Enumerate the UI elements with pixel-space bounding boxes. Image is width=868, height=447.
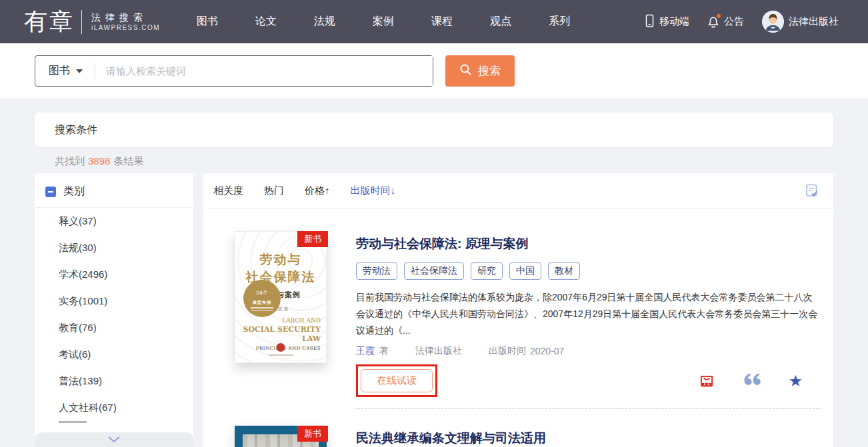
category-item-renwensheke[interactable]: 人文社科(67) (35, 394, 193, 421)
pub-time-value: 2020-07 (530, 346, 564, 356)
page: 有章 法律搜索 iLAWPRESS.COM 图书 论文 法规 案例 课程 观点 … (0, 0, 868, 447)
nav-item-courses[interactable]: 课程 (431, 15, 453, 29)
category-item-pufa[interactable]: 普法(139) (35, 368, 193, 394)
phone-icon (645, 14, 655, 30)
results-panel: 相关度 热门 价格↑ 出版时间↓ 新书 劳动与 (203, 173, 833, 447)
columns: 类别 释义(37) 法规(30) 学术(2496) 实务(1001) 教育(76… (35, 173, 833, 447)
mobile-app-link[interactable]: 移动端 (645, 14, 689, 30)
new-book-badge: 新书 (297, 426, 328, 442)
results-suffix: 条结果 (113, 155, 143, 167)
book-description: 目前我国劳动与社会保障法的体系较为庞杂，除2007年6月29日第十届全国人民代表… (356, 289, 820, 339)
notice-label: 公告 (724, 15, 744, 28)
category-item-xueshu[interactable]: 学术(2496) (35, 261, 193, 288)
read-online-button[interactable]: 在线试读 (361, 369, 433, 392)
sort-popular[interactable]: 热门 (264, 185, 284, 197)
bell-icon (707, 15, 719, 29)
tag-shehuibaozhangfa[interactable]: 社会保障法 (404, 262, 464, 280)
category-title: 类别 (63, 185, 85, 199)
cover-title-line1: 劳动与 (235, 250, 326, 268)
nav-item-opinions[interactable]: 观点 (490, 15, 511, 29)
nav-item-series[interactable]: 系列 (549, 15, 570, 29)
account-menu[interactable]: 法律出版社 (762, 11, 839, 33)
search-conditions-title: 搜索条件 (55, 123, 97, 137)
favorite-star-icon[interactable]: ★ (788, 373, 803, 389)
search-conditions-panel: 搜索条件 (35, 113, 833, 147)
highlight-annotation-box: 在线试读 (356, 364, 437, 397)
category-expand-button[interactable] (35, 432, 193, 447)
caret-down-icon (76, 69, 83, 73)
category-header: 类别 (35, 173, 193, 207)
chevron-down-icon (107, 434, 121, 446)
book-cover-wrap[interactable]: 新书 劳动与 社会保障法 原理与案例 王霞 著 54个 典型实例 (235, 231, 328, 397)
search-input[interactable] (95, 56, 433, 86)
book-cover-image[interactable]: 劳动与 社会保障法 原理与案例 王霞 著 54个 典型实例 (235, 231, 327, 363)
site-logo[interactable]: 有章 法律搜索 iLAWPRESS.COM (24, 10, 160, 34)
cover-circle-lines (243, 307, 281, 311)
collapse-minus-icon[interactable] (45, 187, 56, 197)
notes-clipboard-icon[interactable] (805, 183, 819, 198)
mobile-app-label: 移动端 (659, 15, 689, 28)
avatar (762, 11, 784, 33)
cover-circle-caption: 典型实例 (243, 300, 281, 306)
publisher-name: 法律出版社 (415, 345, 462, 357)
category-item-jiaoyu[interactable]: 教育(76) (35, 314, 193, 341)
category-item-clipped (59, 421, 87, 423)
book-title-link[interactable]: 民法典继承编条文理解与司法适用 (356, 430, 820, 447)
sort-relevance[interactable]: 相关度 (213, 185, 243, 197)
logo-subtext: 法律搜索 iLAWPRESS.COM (91, 11, 160, 32)
book-info: 劳动与社会保障法: 原理与案例 劳动法 社会保障法 研究 中国 教材 目前我国劳… (356, 231, 820, 397)
sort-price[interactable]: 价格↑ (305, 185, 330, 197)
author-link[interactable]: 王霞 (356, 345, 375, 357)
logo-brand: 有章 (24, 10, 75, 33)
category-item-shiyi[interactable]: 释义(37) (35, 208, 193, 234)
quote-icon[interactable] (742, 372, 761, 390)
cover-circle-number: 54 (256, 290, 263, 296)
category-sidebar: 类别 释义(37) 法规(30) 学术(2496) 实务(1001) 教育(76… (35, 173, 193, 447)
logo-divider (81, 10, 82, 34)
account-label: 法律出版社 (789, 15, 839, 28)
buy-bag-icon[interactable] (698, 371, 715, 391)
sort-bar: 相关度 热门 价格↑ 出版时间↓ (203, 173, 833, 209)
book-cover-wrap[interactable]: 新书 (235, 426, 328, 447)
cover-circle-unit: 个 (263, 290, 268, 296)
logo-domain: iLAWPRESS.COM (91, 23, 160, 32)
category-item-fagui[interactable]: 法规(30) (35, 234, 193, 261)
book-actions: 在线试读 (356, 364, 820, 397)
book-info: 民法典继承编条文理解与司法适用 民法典 继承编 法律解释 司法适用 研究 (356, 426, 820, 447)
nav-item-papers[interactable]: 论文 (255, 15, 277, 29)
tag-zhongguo[interactable]: 中国 (509, 262, 541, 280)
search-scope-dropdown[interactable]: 图书 (35, 64, 95, 78)
book-tags: 劳动法 社会保障法 研究 中国 教材 (356, 262, 820, 280)
book-result-row: 新书 劳动与 社会保障法 原理与案例 王霞 著 54个 典型实例 (203, 209, 833, 397)
tag-yanjiu[interactable]: 研究 (471, 262, 503, 280)
nav-item-cases[interactable]: 案例 (373, 15, 394, 29)
notice-badge-dot (717, 14, 721, 18)
book-title-link[interactable]: 劳动与社会保障法: 原理与案例 (356, 235, 820, 252)
book-result-row: 新书 民法典继承编条文理解与司法适用 民法典 继承编 (203, 409, 833, 447)
category-item-kaoshi[interactable]: 考试(6) (35, 341, 193, 368)
content-area: 搜索条件 共找到3898条结果 类别 释义(37) 法规(30) 学术(2496… (0, 99, 868, 447)
tag-jiaocai[interactable]: 教材 (548, 262, 580, 280)
main-nav: 图书 论文 法规 案例 课程 观点 系列 (197, 15, 570, 29)
results-summary: 共找到3898条结果 (55, 155, 868, 168)
nav-item-regulations[interactable]: 法规 (314, 15, 335, 29)
cover-en-line1: LABOR AND (235, 316, 321, 325)
sort-pubdate[interactable]: 出版时间↓ (351, 185, 396, 197)
results-prefix: 共找到 (55, 155, 85, 167)
results-count: 3898 (88, 155, 110, 167)
search-button[interactable]: 搜索 (445, 55, 515, 87)
pub-time-label: 出版时间 (489, 345, 526, 357)
publisher-seal-icon (277, 343, 285, 352)
search-section: 图书 搜索 (0, 43, 868, 99)
search-scope-value: 图书 (49, 64, 70, 78)
category-item-shiwu[interactable]: 实务(1001) (35, 288, 193, 314)
search-icon (459, 63, 472, 79)
book-action-icons: ★ (698, 371, 820, 391)
tag-laodongfa[interactable]: 劳动法 (356, 262, 397, 280)
notice-link[interactable]: 公告 (707, 15, 744, 29)
nav-item-books[interactable]: 图书 (197, 15, 218, 29)
cover-gold-circle-badge: 54个 典型实例 (243, 280, 281, 317)
logo-subtitle: 法律搜索 (91, 11, 160, 23)
cover-en-line2: SOCIAL SECURITY LAW (235, 325, 321, 344)
new-book-badge: 新书 (297, 231, 328, 247)
